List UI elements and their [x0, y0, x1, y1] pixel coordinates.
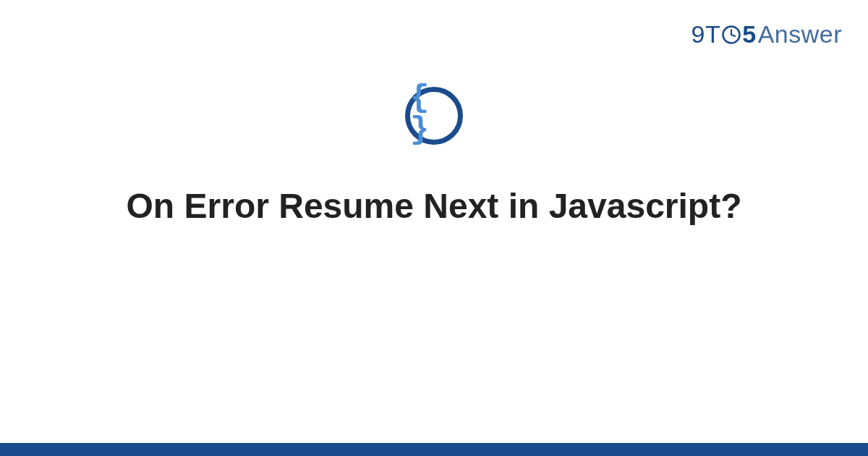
- code-braces-icon: { }: [410, 82, 458, 145]
- svg-line-2: [731, 35, 735, 36]
- category-badge: { }: [405, 87, 463, 145]
- logo-text-answer: Answer: [758, 20, 842, 48]
- site-logo: 9T 5 Answer: [692, 20, 842, 48]
- question-title: On Error Resume Next in Javascript?: [127, 184, 742, 228]
- content-area: { } On Error Resume Next in Javascript?: [0, 87, 868, 228]
- logo-text-5: 5: [742, 20, 756, 48]
- social-card: 9T 5 Answer { } On Error Resume Next in …: [0, 0, 868, 456]
- footer-bar: [0, 443, 868, 456]
- logo-text-9t: 9T: [692, 20, 721, 48]
- logo-clock-o-icon: [721, 25, 741, 45]
